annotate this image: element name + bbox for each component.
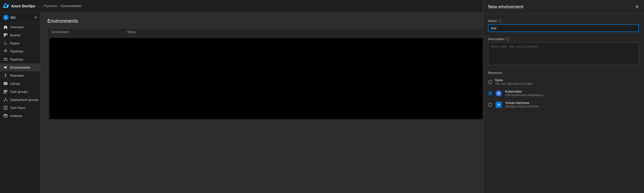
radio-vm[interactable] <box>488 103 492 107</box>
sidebar-label-artifacts: Artifacts <box>10 114 22 118</box>
sidebar-item-task-groups[interactable]: Task groups <box>0 88 40 96</box>
sidebar-item-deployment-groups[interactable]: Deployment groups <box>0 96 40 104</box>
svg-line-26 <box>6 99 7 100</box>
bc-environments: Environments <box>61 4 81 8</box>
svg-rect-5 <box>4 60 5 61</box>
sidebar-label-library: Library <box>10 82 20 86</box>
sidebar-item-pipelines[interactable]: Pipelines <box>0 55 40 63</box>
svg-point-11 <box>4 67 6 68</box>
svg-line-15 <box>6 67 6 68</box>
artifacts-icon <box>4 114 8 118</box>
test-plans-icon <box>4 106 8 110</box>
sidebar-label-environments: Environments <box>10 66 30 69</box>
add-project-button[interactable]: + <box>34 15 37 20</box>
name-input[interactable] <box>488 24 639 32</box>
bc-dots[interactable]: ... <box>37 4 40 8</box>
resource-option-kubernetes[interactable]: ⚙ Kubernetes Add Kubernetes namespace <box>488 90 639 97</box>
resource-k8s-name: Kubernetes <box>505 90 543 93</box>
svg-rect-6 <box>6 60 7 61</box>
svg-rect-18 <box>6 82 7 85</box>
name-field-group: Name i <box>488 19 639 32</box>
svg-point-23 <box>4 100 5 101</box>
kubernetes-icon: ⚙ <box>495 90 502 97</box>
sidebar: 3 360 + Overview Boards Repos <box>0 12 40 193</box>
sidebar-label-pipelines-nav: Pipelines <box>10 49 23 53</box>
resource-label: Resource <box>488 71 639 75</box>
svg-rect-17 <box>5 82 6 85</box>
task-groups-icon <box>4 90 8 94</box>
resource-none-desc: You can add resources later <box>495 82 533 86</box>
bc-pipelines[interactable]: Pipelines <box>44 4 57 8</box>
svg-point-13 <box>6 68 7 69</box>
pipelines-nav-icon <box>4 49 8 53</box>
org-name: 360 <box>10 16 16 19</box>
svg-point-22 <box>5 98 6 99</box>
logo-text: Azure DevOps <box>11 4 35 8</box>
repos-icon <box>4 41 8 45</box>
environments-icon <box>4 65 8 69</box>
sidebar-item-library[interactable]: Library <box>0 79 40 88</box>
releases-icon <box>4 73 8 77</box>
resource-option-none[interactable]: None You can add resources later <box>488 78 639 86</box>
col-header-environment: Environment <box>52 30 127 34</box>
svg-rect-20 <box>4 91 7 92</box>
sidebar-label-test-plans: Test Plans <box>10 106 25 110</box>
breadcrumb: ... / Pipelines / Environments <box>37 4 81 8</box>
name-info-icon[interactable]: i <box>498 19 502 23</box>
sidebar-item-artifacts[interactable]: Artifacts <box>0 112 40 120</box>
sidebar-item-overview[interactable]: Overview <box>0 23 40 31</box>
description-textarea[interactable] <box>488 42 639 65</box>
panel-body: Name i Description i Resource None You c… <box>483 14 644 193</box>
panel-header: New environment ✕ <box>483 0 644 14</box>
svg-point-12 <box>6 66 7 67</box>
sidebar-label-releases: Releases <box>10 74 24 77</box>
sidebar-label-repos: Repos <box>10 41 20 45</box>
sidebar-item-test-plans[interactable]: Test Plans <box>0 104 40 112</box>
deployment-groups-icon <box>4 98 8 102</box>
azure-devops-logo[interactable]: Azure DevOps <box>3 3 35 9</box>
sidebar-org: 3 360 + <box>0 12 40 23</box>
svg-rect-16 <box>4 82 5 85</box>
svg-rect-19 <box>4 90 7 91</box>
sidebar-item-repos[interactable]: Repos <box>0 39 40 47</box>
sidebar-item-boards[interactable]: Boards <box>0 31 40 39</box>
description-info-icon[interactable]: i <box>506 37 509 41</box>
description-field-group: Description i <box>488 37 639 66</box>
sidebar-label-pipelines: Pipelines <box>10 58 23 61</box>
sidebar-label-task-groups: Task groups <box>10 90 28 94</box>
name-label: Name i <box>488 19 639 23</box>
panel-title: New environment <box>488 4 523 10</box>
sidebar-item-pipelines-nav[interactable]: Pipelines <box>0 47 40 55</box>
svg-rect-21 <box>4 93 6 93</box>
sidebar-label-boards: Boards <box>10 33 20 37</box>
boards-icon <box>4 33 8 37</box>
sidebar-label-overview: Overview <box>10 25 24 29</box>
org-badge: 3 <box>3 15 9 20</box>
resource-k8s-desc: Add Kubernetes namespace <box>505 93 543 97</box>
sidebar-label-deployment-groups: Deployment groups <box>10 98 39 102</box>
resource-vm-desc: Manage virtual machines <box>505 105 539 108</box>
svg-rect-0 <box>4 33 5 37</box>
radio-kubernetes[interactable] <box>488 91 492 95</box>
resource-vm-name: Virtual machines <box>505 101 539 105</box>
description-label: Description i <box>488 37 639 41</box>
pipelines-icon <box>4 57 8 61</box>
resource-section: Resource None You can add resources late… <box>488 71 639 108</box>
svg-rect-1 <box>5 33 6 36</box>
sidebar-item-releases[interactable]: Releases <box>0 71 40 79</box>
svg-rect-3 <box>4 58 5 59</box>
svg-line-14 <box>6 67 6 67</box>
library-icon <box>4 81 8 86</box>
svg-line-25 <box>4 99 6 100</box>
resource-option-vm[interactable]: 🖥 Virtual machines Manage virtual machin… <box>488 101 639 108</box>
home-icon <box>4 25 8 29</box>
panel-close-button[interactable]: ✕ <box>635 4 639 10</box>
sidebar-item-environments[interactable]: Environments <box>0 63 40 71</box>
svg-point-24 <box>6 100 7 101</box>
vm-icon: 🖥 <box>495 101 502 108</box>
svg-rect-2 <box>6 33 7 35</box>
radio-none[interactable] <box>488 80 492 84</box>
svg-rect-4 <box>6 58 7 59</box>
new-environment-panel: New environment ✕ Name i Description i R… <box>483 0 644 193</box>
resource-none-name: None <box>495 78 533 82</box>
